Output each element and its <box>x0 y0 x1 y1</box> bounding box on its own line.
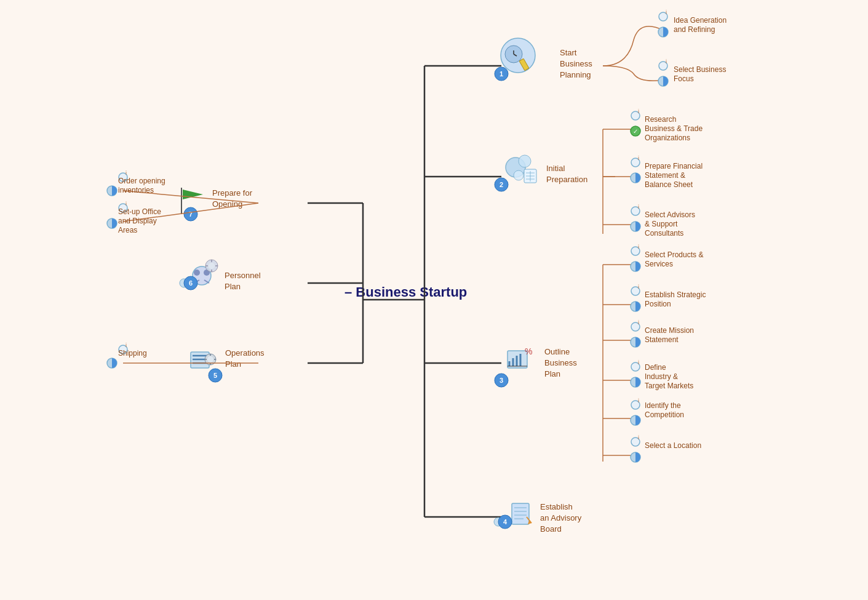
sub-idea-gen: Idea Generation <box>674 16 727 25</box>
sub-shipping: Shipping <box>118 349 147 358</box>
sub-research3: Organizations <box>645 134 690 142</box>
svg-point-111 <box>194 270 200 276</box>
label-advisory2: an Advisory <box>540 513 582 522</box>
svg-text:5: 5 <box>213 372 217 379</box>
sub-advisors3: Consultants <box>645 229 683 238</box>
sub-products: Select Products & <box>645 250 703 259</box>
sub-competition: Identify the <box>645 401 681 410</box>
svg-text:✓: ✓ <box>633 128 638 135</box>
svg-text:7: 7 <box>189 210 193 218</box>
sub-location: Select a Location <box>645 441 701 450</box>
sub-strategic2: Position <box>645 300 671 308</box>
svg-text:i: i <box>638 155 639 161</box>
svg-rect-0 <box>0 0 868 600</box>
sub-inventory: Order opening <box>118 177 165 185</box>
label-prepare: Prepare for <box>212 188 253 198</box>
sub-mission: Create Mission <box>645 326 694 335</box>
sub-advisors: Select Advisors <box>645 210 695 219</box>
svg-text:2: 2 <box>500 181 503 188</box>
label-personnel: Personnel <box>225 271 261 280</box>
label-start-business3: Planning <box>560 70 591 79</box>
label-initial-prep: Initial <box>546 164 565 173</box>
svg-text:i: i <box>638 434 639 441</box>
svg-text:3: 3 <box>500 377 503 384</box>
label-operations2: Plan <box>225 359 241 369</box>
label-personnel2: Plan <box>225 282 241 291</box>
sub-office: Set-up Office <box>118 207 161 216</box>
label-start-business: Start <box>560 48 577 57</box>
svg-text:i: i <box>638 204 639 210</box>
sub-industry2: Industry & <box>645 372 678 381</box>
svg-text:6: 6 <box>189 279 193 287</box>
svg-point-26 <box>519 155 531 167</box>
sub-office3: Areas <box>118 226 137 234</box>
label-outline3: Plan <box>544 369 560 378</box>
sub-advisors2: & Support <box>645 220 678 228</box>
svg-text:i: i <box>638 284 639 290</box>
svg-text:i: i <box>638 244 639 250</box>
sub-idea-gen2: and Refining <box>674 25 715 34</box>
label-initial-prep2: Preparation <box>546 175 587 184</box>
label-advisory: Establish <box>540 502 573 511</box>
sub-mission2: Statement <box>645 335 679 344</box>
sub-select-biz: Select Business <box>674 65 726 74</box>
label-operations: Operations <box>225 348 265 358</box>
sub-industry3: Target Markets <box>645 382 693 390</box>
sub-industry: Define <box>645 363 666 372</box>
svg-text:4: 4 <box>503 518 508 526</box>
sub-financial: Prepare Financial <box>645 162 703 170</box>
svg-text:i: i <box>125 342 127 348</box>
sub-research2: Business & Trade <box>645 124 703 133</box>
label-outline2: Business <box>544 358 577 367</box>
label-start-business2: Business <box>560 59 592 68</box>
svg-text:i: i <box>666 9 667 15</box>
sub-inventory2: inventories <box>118 186 154 194</box>
svg-text:i: i <box>125 170 127 176</box>
svg-text:%: % <box>525 346 532 356</box>
svg-text:i: i <box>125 201 127 207</box>
sub-research: Research <box>645 115 676 124</box>
svg-point-99 <box>207 356 213 362</box>
svg-text:i: i <box>638 108 639 114</box>
sub-strategic: Establish Strategic <box>645 290 706 299</box>
svg-text:1: 1 <box>500 70 503 78</box>
label-advisory3: Board <box>540 524 562 534</box>
sub-office2: and Display <box>118 217 157 225</box>
sub-competition2: Competition <box>645 410 684 419</box>
svg-text:i: i <box>638 359 639 366</box>
sub-select-biz2: Focus <box>674 74 694 83</box>
sub-financial3: Balance Sheet <box>645 180 693 189</box>
sub-products2: Services <box>645 260 673 268</box>
sub-financial2: Statement & <box>645 171 685 180</box>
svg-point-27 <box>514 170 524 180</box>
label-outline: Outline <box>544 347 570 356</box>
svg-text:i: i <box>666 58 667 65</box>
svg-point-116 <box>209 263 215 269</box>
svg-text:i: i <box>638 398 639 404</box>
svg-rect-84 <box>512 503 529 524</box>
svg-text:i: i <box>638 319 639 326</box>
